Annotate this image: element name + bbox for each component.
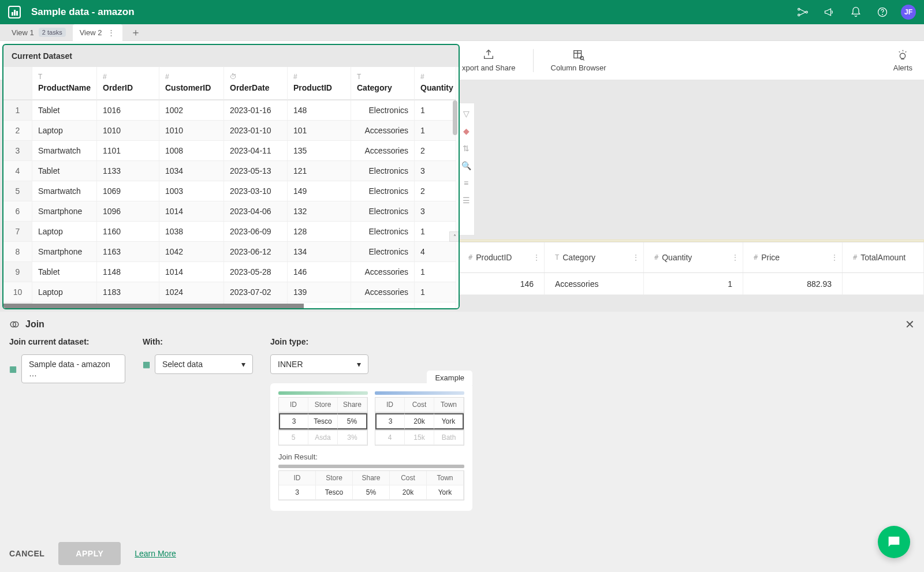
table-cell[interactable]: 1016	[97, 100, 159, 121]
list-icon[interactable]: ≡	[464, 178, 468, 188]
table-cell[interactable]: 139	[288, 282, 351, 302]
table-cell[interactable]: 1014	[159, 262, 224, 282]
kebab-icon[interactable]: ⋮	[106, 28, 116, 37]
cancel-button[interactable]: CANCEL	[9, 549, 44, 558]
row-number[interactable]: 3	[3, 141, 32, 161]
table-cell[interactable]: Accessories	[351, 141, 415, 161]
table-cell[interactable]: 1	[415, 262, 456, 282]
table-cell[interactable]: 2023-05-13	[224, 161, 288, 181]
table-cell[interactable]: 4	[415, 302, 456, 309]
kebab-icon[interactable]: ⋮	[532, 253, 541, 262]
column-header[interactable]: ⏱OrderDate	[224, 67, 288, 100]
column-header[interactable]: #Quantity	[415, 67, 456, 100]
table-cell[interactable]: Electronics	[351, 242, 415, 262]
flow-icon[interactable]	[795, 4, 811, 20]
column-header[interactable]: #CustomerID	[159, 67, 224, 100]
table-cell[interactable]: 149	[288, 181, 351, 201]
table-cell[interactable]: Laptop	[32, 121, 97, 141]
grid-cell[interactable]: 882.93	[743, 273, 843, 294]
table-cell[interactable]: 1096	[97, 201, 159, 222]
row-number[interactable]: 7	[3, 222, 32, 242]
avatar[interactable]: JF	[901, 5, 916, 20]
col-category[interactable]: TCategory⋮	[545, 242, 644, 272]
table-cell[interactable]: 2023-05-28	[224, 262, 288, 282]
table-cell[interactable]: 1133	[97, 161, 159, 181]
table-cell[interactable]: 1010	[97, 121, 159, 141]
table-cell[interactable]: Electronics	[351, 100, 415, 121]
row-number[interactable]: 6	[3, 201, 32, 222]
alerts-button[interactable]: Alerts	[893, 48, 912, 72]
chat-button[interactable]	[878, 526, 910, 558]
table-cell[interactable]: 135	[288, 141, 351, 161]
row-number[interactable]: 5	[3, 181, 32, 201]
col-totalamount[interactable]: #TotalAmount	[843, 242, 924, 272]
table-cell[interactable]: 2023-01-16	[224, 100, 288, 121]
add-tab-button[interactable]: ＋	[122, 25, 149, 39]
table-cell[interactable]: 1148	[97, 262, 159, 282]
col-price[interactable]: #Price⋮	[743, 242, 843, 272]
table-cell[interactable]: Accessories	[351, 262, 415, 282]
color-icon[interactable]: ◆	[463, 126, 470, 136]
with-dataset-select[interactable]: Select data▾	[155, 354, 253, 374]
table-cell[interactable]: Electronics	[351, 222, 415, 242]
grid-cell[interactable]: 146	[458, 273, 545, 294]
search-icon[interactable]: 🔍	[461, 161, 471, 170]
table-cell[interactable]: Tablet	[32, 262, 97, 282]
table-cell[interactable]: Smartphone	[32, 201, 97, 222]
table-cell[interactable]: 101	[288, 121, 351, 141]
table-cell[interactable]: Accessories	[351, 282, 415, 302]
column-header[interactable]: TCategory	[351, 67, 415, 100]
column-header[interactable]: TProductName	[32, 67, 97, 100]
table-cell[interactable]: Tablet	[32, 161, 97, 181]
table-cell[interactable]: Electronics	[351, 181, 415, 201]
table-cell[interactable]: Smartphone	[32, 242, 97, 262]
table-cell[interactable]: 132	[288, 201, 351, 222]
table-cell[interactable]: 2	[415, 181, 456, 201]
table-cell[interactable]: 1034	[159, 161, 224, 181]
column-header[interactable]: #ProductID	[288, 67, 351, 100]
scrollbar-horizontal[interactable]	[3, 304, 304, 308]
table-cell[interactable]: 148	[288, 100, 351, 121]
table-cell[interactable]: 2023-06-09	[224, 222, 288, 242]
column-browser-button[interactable]: Column Browser	[551, 48, 606, 72]
table-cell[interactable]: 2023-07-02	[224, 282, 288, 302]
column-header[interactable]: #OrderID	[97, 67, 159, 100]
grid-cell[interactable]: 1	[644, 273, 743, 294]
grid-cell[interactable]: Accessories	[545, 273, 644, 294]
export-share-button[interactable]: xport and Share	[462, 48, 516, 72]
table-cell[interactable]: Smartwatch	[32, 181, 97, 201]
table-cell[interactable]: 3	[415, 201, 456, 222]
bell-icon[interactable]	[848, 4, 864, 20]
learn-more-link[interactable]: Learn More	[135, 549, 176, 558]
row-number[interactable]: 4	[3, 161, 32, 181]
table-cell[interactable]: 1042	[159, 242, 224, 262]
column-header[interactable]	[3, 67, 32, 100]
col-productid[interactable]: #ProductID⋮	[458, 242, 545, 272]
table-cell[interactable]: 146	[288, 262, 351, 282]
help-icon[interactable]	[874, 4, 891, 20]
table-cell[interactable]: 1160	[97, 222, 159, 242]
table-cell[interactable]: 1	[415, 282, 456, 302]
table-cell[interactable]: 2023-06-12	[224, 242, 288, 262]
table-cell[interactable]: 1101	[97, 141, 159, 161]
close-icon[interactable]: ✕	[905, 317, 915, 331]
grid-cell[interactable]	[843, 273, 924, 294]
table-cell[interactable]: Accessories	[351, 121, 415, 141]
table-cell[interactable]: 1008	[159, 141, 224, 161]
table-cell[interactable]: 1014	[159, 201, 224, 222]
chevron-up-icon[interactable]: ˄	[449, 231, 460, 242]
table-cell[interactable]: 1	[415, 121, 456, 141]
table-cell[interactable]: 1010	[159, 121, 224, 141]
kebab-icon[interactable]: ⋮	[632, 253, 640, 262]
table-cell[interactable]: Laptop	[32, 222, 97, 242]
row-number[interactable]: 1	[3, 100, 32, 121]
table-cell[interactable]: Accessories	[351, 302, 415, 309]
table-cell[interactable]: 2023-04-11	[224, 141, 288, 161]
table-cell[interactable]: Electronics	[351, 161, 415, 181]
table-cell[interactable]: 1	[415, 100, 456, 121]
table-cell[interactable]: 1038	[159, 222, 224, 242]
table-cell[interactable]: Electronics	[351, 201, 415, 222]
table-cell[interactable]: 1069	[97, 181, 159, 201]
kebab-icon[interactable]: ⋮	[830, 253, 839, 262]
apply-button[interactable]: APPLY	[58, 542, 121, 565]
